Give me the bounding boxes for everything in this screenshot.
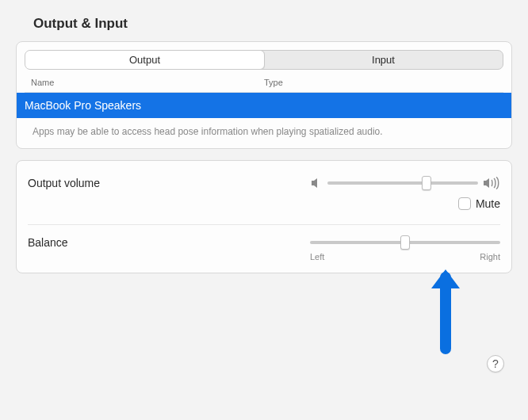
slider-thumb[interactable] <box>422 176 431 190</box>
output-volume-label: Output volume <box>28 177 310 189</box>
slider-thumb[interactable] <box>400 235 410 250</box>
balance-left-label: Left <box>310 252 324 262</box>
balance-label: Balance <box>28 236 310 249</box>
column-type[interactable]: Type <box>264 78 497 87</box>
balance-slider[interactable] <box>310 241 500 244</box>
controls-panel: Output volume <box>16 160 512 273</box>
help-button[interactable]: ? <box>487 355 504 372</box>
table-row[interactable]: MacBook Pro Speakers <box>17 93 511 118</box>
table-header: Name Type <box>25 70 503 93</box>
spatial-audio-hint: Apps may be able to access head pose inf… <box>25 118 503 140</box>
balance-right-label: Right <box>480 252 500 262</box>
device-panel: Output Input Name Type MacBook Pro Speak… <box>16 41 512 149</box>
mute-label: Mute <box>476 197 500 210</box>
volume-high-icon <box>483 177 500 189</box>
page-title: Output & Input <box>33 16 512 32</box>
output-volume-slider[interactable] <box>327 181 478 185</box>
tab-output[interactable]: Output <box>25 50 265 70</box>
callout-arrow-icon <box>425 262 466 357</box>
volume-low-icon <box>310 177 323 189</box>
tab-input[interactable]: Input <box>264 51 503 69</box>
segmented-control: Output Input <box>25 50 503 70</box>
column-name[interactable]: Name <box>31 78 264 87</box>
mute-checkbox[interactable] <box>458 197 471 210</box>
